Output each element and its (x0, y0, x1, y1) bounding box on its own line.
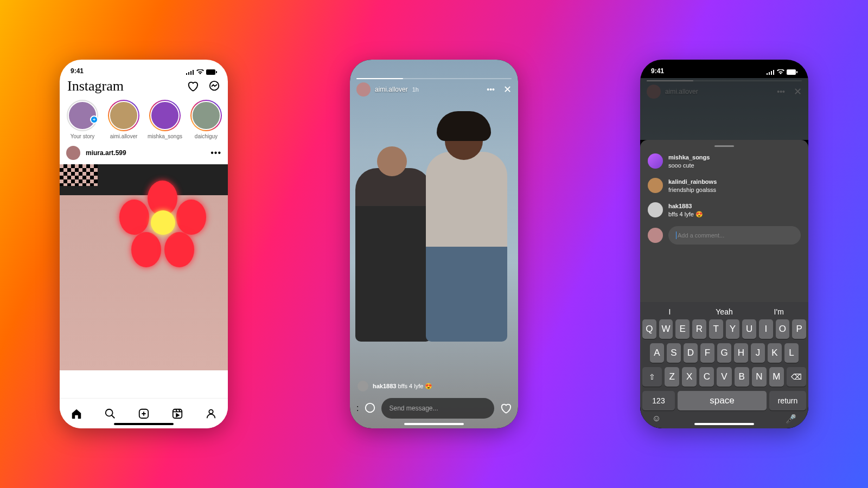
story-username: aimi.allover (665, 88, 698, 95)
key-f[interactable]: F (700, 343, 714, 363)
key-n[interactable]: N (752, 367, 767, 387)
return-key[interactable]: return (769, 391, 806, 410)
message-input[interactable]: Send message... (381, 398, 494, 419)
key-s[interactable]: S (667, 343, 681, 363)
key-u[interactable]: U (742, 319, 756, 339)
key-p[interactable]: P (792, 319, 806, 339)
status-time: 9:41 (71, 67, 84, 75)
story-time: 1h (412, 86, 483, 93)
key-g[interactable]: G (717, 343, 731, 363)
reels-icon[interactable] (171, 408, 183, 420)
comment-icon[interactable] (364, 402, 376, 414)
avatar (358, 381, 368, 391)
search-icon[interactable] (104, 408, 116, 420)
comment-input-row: Add a comment... (648, 226, 801, 245)
phone-comments: 9:41 aimi.allover ••• ✕ mishka_songssooo… (640, 60, 808, 428)
emoji-icon[interactable]: ☺ (652, 414, 661, 424)
suggestion[interactable]: Yeah (697, 307, 752, 316)
close-icon[interactable]: ✕ (794, 86, 802, 98)
suggestion[interactable]: I (642, 307, 697, 316)
key-q[interactable]: Q (642, 319, 656, 339)
status-bar: 9:41 (640, 60, 808, 75)
sheet-handle[interactable] (714, 145, 734, 147)
key-m[interactable]: M (769, 367, 784, 387)
stories-tray[interactable]: + Your story aimi.allover mishka_songs d… (60, 98, 228, 142)
key-t[interactable]: T (709, 319, 723, 339)
key-b[interactable]: B (735, 367, 749, 387)
messenger-icon[interactable] (208, 80, 220, 92)
key-v[interactable]: V (717, 367, 731, 387)
avatar (648, 202, 663, 217)
comment-row[interactable]: kalindi_rainbowsfriendship goalsss (648, 178, 801, 195)
svg-point-3 (106, 409, 113, 416)
story-item[interactable]: daichiguy (189, 100, 224, 139)
key-w[interactable]: W (659, 319, 673, 339)
key-r[interactable]: R (692, 319, 706, 339)
key-k[interactable]: K (768, 343, 782, 363)
flower-lamp (119, 181, 206, 267)
story-header: aimi.allover 1h ••• ✕ (356, 82, 512, 97)
comment-row[interactable]: hak1883bffs 4 lyfe 😍 (648, 202, 801, 219)
story-item[interactable]: aimi.allover (106, 100, 141, 139)
key-y[interactable]: Y (726, 319, 740, 339)
shift-key[interactable]: ⇧ (642, 367, 662, 387)
key-z[interactable]: Z (665, 367, 679, 387)
more-icon[interactable]: ••• (777, 87, 785, 96)
backspace-key[interactable]: ⌫ (787, 367, 806, 387)
key-o[interactable]: O (776, 319, 790, 339)
key-i[interactable]: I (759, 319, 773, 339)
key-e[interactable]: E (675, 319, 690, 339)
svg-point-6 (209, 409, 213, 413)
comments-sheet: mishka_songssooo cute kalindi_rainbowsfr… (640, 140, 808, 428)
signal-icon (186, 69, 194, 75)
plus-icon[interactable]: + (90, 115, 98, 124)
story-dimmed-bg: aimi.allover ••• ✕ (640, 78, 808, 140)
suggestion[interactable]: I'm (751, 307, 806, 316)
key-a[interactable]: A (650, 343, 664, 363)
key-l[interactable]: L (784, 343, 799, 363)
close-icon[interactable]: ✕ (503, 84, 512, 95)
phone-feed: 9:41 Instagram + Your story aimi.allover… (60, 60, 228, 428)
svg-rect-11 (796, 71, 797, 73)
post-username[interactable]: miura.art.599 (86, 149, 205, 157)
post-image[interactable] (60, 164, 228, 370)
key-h[interactable]: H (734, 343, 748, 363)
mic-icon[interactable]: 🎤 (786, 414, 796, 424)
instagram-logo[interactable]: Instagram (67, 78, 124, 94)
key-x[interactable]: X (682, 367, 697, 387)
app-header: Instagram (60, 75, 228, 98)
comment-input[interactable]: Add a comment... (668, 226, 801, 245)
avatar[interactable] (356, 82, 371, 97)
status-bar: 9:41 (60, 60, 228, 75)
key-c[interactable]: C (699, 367, 714, 387)
home-indicator[interactable] (114, 423, 174, 425)
status-time: 9:41 (651, 67, 664, 75)
keyboard: I Yeah I'm QWERTYUIOP ASDFGHJKL ⇧ ZXCVBN… (640, 302, 808, 428)
more-icon[interactable]: ••• (487, 85, 495, 94)
heart-icon[interactable] (500, 402, 512, 414)
post-header: miura.art.599 ••• (60, 142, 228, 164)
story-overlay-comment[interactable]: hak1883 bffs 4 lyfe 😍 (358, 381, 510, 391)
story-item[interactable]: mishka_songs (148, 100, 182, 139)
home-indicator[interactable] (694, 423, 754, 425)
story-username[interactable]: aimi.allover (375, 86, 408, 93)
story-your-story[interactable]: + Your story (65, 100, 100, 139)
heart-icon[interactable] (187, 80, 199, 92)
key-d[interactable]: D (684, 343, 698, 363)
comment-text: hak1883 bffs 4 lyfe 😍 (373, 383, 432, 390)
profile-icon[interactable] (205, 408, 217, 420)
story-progress (356, 78, 512, 79)
svg-rect-0 (206, 69, 215, 75)
add-post-icon[interactable] (138, 408, 150, 420)
comment-row[interactable]: mishka_songssooo cute (648, 153, 801, 170)
svg-rect-10 (787, 69, 796, 75)
avatar (648, 153, 663, 169)
story-media[interactable] (350, 60, 518, 428)
avatar[interactable] (66, 146, 80, 160)
numbers-key[interactable]: 123 (642, 391, 675, 410)
space-key[interactable]: space (678, 391, 767, 410)
more-icon[interactable]: ••• (210, 148, 221, 158)
home-icon[interactable] (71, 408, 82, 420)
key-j[interactable]: J (751, 343, 765, 363)
home-indicator[interactable] (404, 423, 464, 425)
